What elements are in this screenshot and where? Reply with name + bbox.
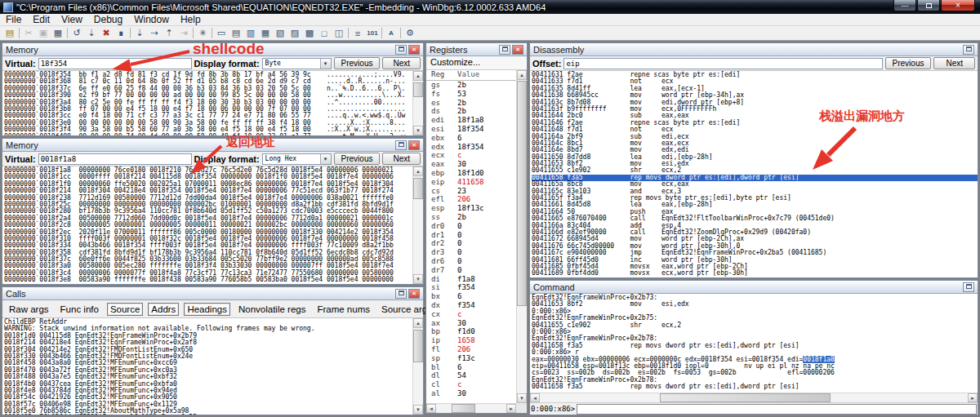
calls-dock-button[interactable]: [395, 289, 407, 299]
copy-icon[interactable]: ▣: [36, 27, 51, 40]
memory1-virtual-input[interactable]: [38, 58, 192, 69]
paste-icon[interactable]: ▦: [51, 27, 65, 40]
scroll-left-icon[interactable]: ◄: [530, 393, 540, 402]
maximize-button[interactable]: [917, 0, 940, 11]
register-row[interactable]: dl54: [426, 371, 516, 380]
register-row[interactable]: al30: [426, 389, 516, 398]
calls-option-button[interactable]: Raw args: [6, 303, 52, 316]
register-row[interactable]: efl206: [426, 195, 516, 204]
memory2-format-select[interactable]: Long Hex ▼: [262, 153, 332, 165]
register-row[interactable]: dif1a8: [426, 275, 516, 284]
scroll-up-icon[interactable]: ▲: [413, 166, 423, 176]
register-row[interactable]: eax30: [426, 160, 516, 169]
close-button[interactable]: ×: [941, 0, 975, 11]
calls-window-icon[interactable]: ▨: [287, 27, 302, 40]
calls-option-button[interactable]: Func info: [57, 303, 102, 316]
register-row[interactable]: ip1658: [426, 336, 516, 345]
go-icon[interactable]: ⇣: [84, 27, 99, 40]
memory1-previous-button[interactable]: Previous: [334, 57, 381, 69]
break-hand-icon[interactable]: ✳: [195, 27, 210, 40]
register-row[interactable]: ss2b: [426, 213, 516, 222]
scroll-left-icon[interactable]: ◄: [426, 404, 436, 413]
scroll-right-icon[interactable]: ►: [968, 393, 978, 402]
disasm-line[interactable]: 00411689 0fbf4dd0 movsx ecx,word ptr [eb…: [532, 270, 978, 277]
registers-dock-button[interactable]: [499, 45, 510, 55]
font-icon[interactable]: A: [384, 27, 399, 40]
register-row[interactable]: gs2b: [426, 81, 516, 90]
processes-window-icon[interactable]: ◫: [332, 27, 346, 40]
register-row[interactable]: ds2b: [426, 107, 516, 116]
calls-option-button[interactable]: Frame nums: [314, 303, 373, 316]
restart-icon[interactable]: ↺: [69, 27, 84, 40]
menu-item[interactable]: File: [0, 14, 27, 26]
register-row[interactable]: edi18f1a8: [426, 116, 516, 125]
register-row[interactable]: fs53: [426, 90, 516, 99]
register-row[interactable]: sif354: [426, 283, 516, 292]
calls-close-button[interactable]: ×: [408, 289, 420, 299]
memory2-next-button[interactable]: Next: [382, 153, 421, 165]
resize-grip[interactable]: [516, 403, 527, 413]
command-hscrollbar[interactable]: ◄ ►: [530, 393, 978, 402]
registers-close-button[interactable]: ×: [512, 45, 523, 55]
memory2-scrollbar[interactable]: ▲ ▼: [412, 166, 423, 284]
memory-window-icon[interactable]: ▧: [273, 27, 287, 40]
title-bar[interactable]: "C:\Program Files (x86)\Common Files\Mic…: [0, 0, 980, 14]
minimize-button[interactable]: —: [893, 0, 916, 11]
memory2-previous-button[interactable]: Previous: [334, 153, 381, 165]
memory2-dock-button[interactable]: [395, 140, 407, 150]
command-input[interactable]: [577, 404, 977, 415]
register-row[interactable]: esi18f354: [426, 125, 516, 134]
scroll-down-icon[interactable]: ▼: [413, 126, 423, 135]
registers-title-bar[interactable]: Registers ×: [426, 43, 527, 56]
register-row[interactable]: cs23: [426, 187, 516, 196]
memory1-title-bar[interactable]: Memory ×: [2, 43, 423, 56]
register-row[interactable]: ebx6: [426, 134, 516, 143]
register-row[interactable]: dr30: [426, 248, 516, 257]
calls-scrollbar[interactable]: ▲ ▼: [412, 318, 423, 415]
scroll-up-icon[interactable]: ▲: [413, 318, 423, 328]
memory1-close-button[interactable]: ×: [408, 45, 420, 55]
calls-title-bar[interactable]: Calls ×: [2, 287, 423, 300]
calls-option-button[interactable]: Addrs: [148, 303, 179, 316]
run-to-cursor-icon[interactable]: ⇥: [176, 27, 191, 40]
register-row[interactable]: dr00: [426, 222, 516, 231]
command-window-icon[interactable]: ▭: [214, 27, 229, 40]
chevron-down-icon[interactable]: ▼: [320, 154, 331, 164]
scroll-down-icon[interactable]: ▼: [517, 393, 527, 403]
memory2-close-button[interactable]: ×: [408, 140, 420, 150]
registers-window-icon[interactable]: ▦: [258, 27, 273, 40]
step-over-icon[interactable]: ⇢: [147, 27, 162, 40]
register-row[interactable]: cxc: [426, 310, 516, 319]
register-row[interactable]: clc: [426, 380, 516, 389]
disassembly-dock-button[interactable]: [963, 45, 974, 55]
scroll-down-icon[interactable]: ▼: [413, 274, 423, 284]
calls-option-button[interactable]: Headings: [184, 303, 230, 316]
scratch-pad-icon[interactable]: □: [317, 27, 332, 40]
chevron-down-icon[interactable]: ▼: [320, 59, 331, 69]
step-into-icon[interactable]: ⇣: [132, 27, 147, 40]
register-row[interactable]: dr10: [426, 231, 516, 240]
register-row[interactable]: fl206: [426, 345, 516, 354]
options-icon[interactable]: ⚙: [403, 27, 417, 40]
register-row[interactable]: dr70: [426, 266, 516, 275]
locals-window-icon[interactable]: ▥: [243, 27, 258, 40]
register-row[interactable]: es2b: [426, 99, 516, 108]
memory1-format-select[interactable]: Byte ▼: [262, 58, 332, 69]
register-row[interactable]: eip411658: [426, 178, 516, 187]
source-mode-icon[interactable]: ≡: [350, 27, 365, 40]
menu-item[interactable]: View: [56, 14, 88, 26]
step-out-icon[interactable]: ⇡: [162, 27, 176, 40]
register-row[interactable]: dxf354: [426, 301, 516, 310]
memory2-title-bar[interactable]: Memory ×: [2, 139, 423, 152]
register-row[interactable]: ax30: [426, 319, 516, 328]
memory1-scrollbar[interactable]: ▲ ▼: [412, 71, 423, 135]
register-row[interactable]: dr60: [426, 257, 516, 266]
scroll-up-icon[interactable]: ▲: [413, 71, 423, 81]
register-row[interactable]: spf13c: [426, 354, 516, 363]
calls-option-button[interactable]: Nonvolatile regs: [235, 303, 309, 316]
menu-item[interactable]: Window: [128, 14, 175, 26]
memory2-virtual-input[interactable]: [38, 153, 192, 165]
register-row[interactable]: edx18f354: [426, 143, 516, 152]
register-row[interactable]: bl6: [426, 363, 516, 372]
menu-item[interactable]: Debug: [88, 14, 128, 26]
